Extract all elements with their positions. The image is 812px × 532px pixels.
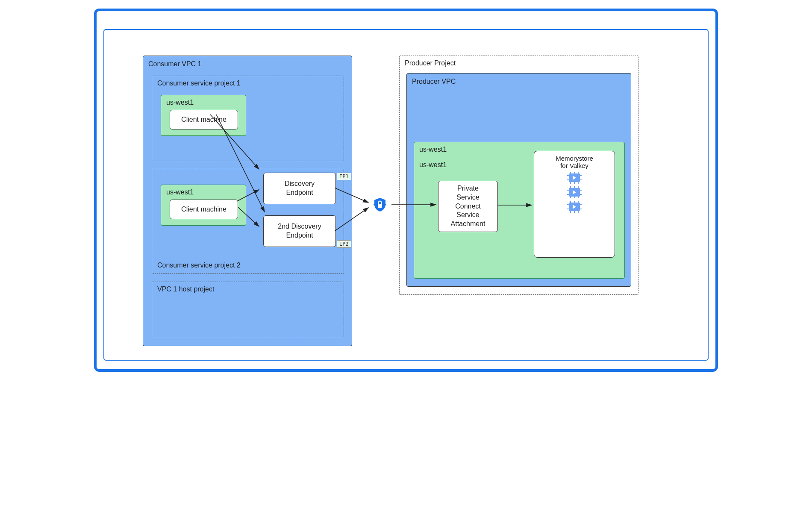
psc-service-attachment: Private Service Connect Service Attachme… (438, 181, 498, 232)
psc-lock-icon (374, 197, 386, 212)
proj1-client-label: Client machine (181, 115, 227, 124)
valkey-chip-icon (567, 172, 582, 184)
discovery-endpoint-2: 2nd Discovery Endpoint (263, 215, 336, 247)
cloud-frame: Google Cloud Consumer VPC 1 Consumer ser… (94, 9, 718, 372)
diagram-canvas: Consumer VPC 1 Consumer service project … (103, 29, 709, 361)
ip1-badge: IP1 (337, 173, 351, 180)
producer-region: us-west1 us-west1 Private Service Connec… (414, 142, 625, 279)
proj1-region: us-west1 Client machine (161, 95, 246, 136)
brand-header: Google Cloud (105, 15, 709, 26)
consumer-project-2: us-west1 Client machine Discovery Endpoi… (152, 169, 344, 274)
consumer-vpc: Consumer VPC 1 Consumer service project … (143, 56, 352, 346)
consumer-vpc-title: Consumer VPC 1 (148, 60, 347, 68)
consumer-project-2-title: Consumer service project 2 (157, 262, 241, 269)
producer-vpc-title: Producer VPC (412, 78, 626, 85)
vpc1-host-project-title: VPC 1 host project (157, 285, 338, 293)
proj2-client-label: Client machine (181, 205, 227, 214)
producer-project: Producer Project Producer VPC us-west1 u… (399, 56, 638, 295)
discovery-endpoint-1: Discovery Endpoint (263, 173, 336, 204)
proj1-client: Client machine (170, 110, 238, 129)
producer-project-title: Producer Project (405, 59, 633, 67)
ip2-badge: IP2 (337, 240, 351, 248)
consumer-project-1: Consumer service project 1 us-west1 Clie… (152, 76, 344, 161)
valkey-chip-icon (567, 186, 582, 198)
consumer-project-1-title: Consumer service project 1 (157, 79, 338, 87)
discovery-endpoint-1-label: Discovery Endpoint (285, 179, 315, 197)
proj1-region-label: us-west1 (166, 99, 241, 106)
psc-service-attachment-label: Private Service Connect Service Attachme… (451, 184, 485, 229)
proj2-client: Client machine (170, 200, 238, 219)
discovery-endpoint-2-label: 2nd Discovery Endpoint (278, 222, 321, 240)
proj2-region-label: us-west1 (166, 188, 241, 196)
memorystore-card: Memorystore for Valkey (534, 151, 615, 258)
svg-rect-0 (378, 204, 382, 208)
brand-bold: Google (105, 15, 138, 25)
proj2-region: us-west1 Client machine (161, 185, 246, 226)
vpc1-host-project: VPC 1 host project (152, 282, 344, 337)
brand-rest: Cloud (138, 15, 165, 25)
valkey-chip-icon (567, 201, 582, 213)
memorystore-title: Memorystore for Valkey (538, 155, 610, 169)
producer-vpc: Producer VPC us-west1 us-west1 Private S… (406, 73, 631, 287)
